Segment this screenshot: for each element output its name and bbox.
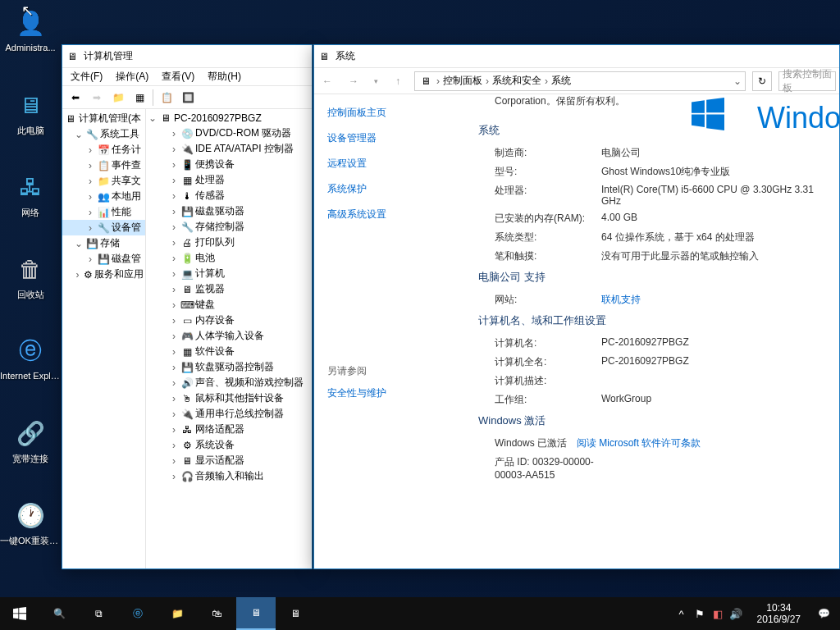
side-link-2[interactable]: 系统保护 xyxy=(327,182,457,196)
notification-button[interactable]: 💬 xyxy=(807,597,840,630)
device-category[interactable]: ›▦处理器 xyxy=(146,172,312,188)
mmc-taskbar-button[interactable]: 🖥 xyxy=(276,597,315,630)
device-category[interactable]: ›🖨打印队列 xyxy=(146,235,312,250)
desktop-icon-5[interactable]: 🔗宽带连接 xyxy=(0,417,61,465)
volume-icon[interactable]: 🔊 xyxy=(728,597,744,630)
refresh-button[interactable]: 🔲 xyxy=(178,89,198,107)
task-view-button[interactable]: ⧉ xyxy=(79,597,118,630)
nav-child[interactable]: ›👥本地用 xyxy=(62,189,145,204)
nav-child[interactable]: ›💾磁盘管 xyxy=(62,251,145,267)
device-category[interactable]: ›🎧音频输入和输出 xyxy=(146,468,312,484)
device-category[interactable]: ›🌡传感器 xyxy=(146,188,312,203)
device-category[interactable]: ›🔋电池 xyxy=(146,250,312,266)
nav-item[interactable]: ⌄💾存储 xyxy=(62,235,145,251)
device-category[interactable]: ›🔌IDE ATA/ATAPI 控制器 xyxy=(146,141,312,157)
nav-child[interactable]: ›🔧设备管 xyxy=(62,220,145,235)
nav-back-button[interactable]: ← xyxy=(317,71,337,91)
menu-3[interactable]: 帮助(H) xyxy=(201,68,248,85)
desktop-icon-3[interactable]: 🗑回收站 xyxy=(0,253,61,301)
sys-title: 系统 xyxy=(336,49,836,63)
side-link-0[interactable]: 设备管理器 xyxy=(327,131,457,145)
side-link-3[interactable]: 高级系统设置 xyxy=(327,208,457,221)
side-link-1[interactable]: 远程设置 xyxy=(327,157,457,171)
device-category[interactable]: ›🖧网络适配器 xyxy=(146,422,312,437)
device-category[interactable]: ›⚙系统设备 xyxy=(146,437,312,453)
device-category[interactable]: ›💻计算机 xyxy=(146,266,312,281)
device-category[interactable]: ›⌨键盘 xyxy=(146,297,312,313)
nav-child[interactable]: ›📋事件查 xyxy=(62,158,145,173)
nav-recent-button[interactable]: ▾ xyxy=(370,71,381,91)
desktop-icon-1[interactable]: 🖥此电脑 xyxy=(0,89,61,137)
edge-button[interactable]: ⓔ xyxy=(118,597,158,630)
breadcrumb-dropdown-icon[interactable]: ⌄ xyxy=(733,75,742,87)
device-category[interactable]: ›🖥显示适配器 xyxy=(146,453,312,468)
security-maintenance-link[interactable]: 安全性与维护 xyxy=(327,386,457,400)
nav-child[interactable]: ›📊性能 xyxy=(62,204,145,220)
crumb-system-security[interactable]: 系统和安全 xyxy=(492,74,541,88)
nav-item[interactable]: ⌄🔧系统工具 xyxy=(62,126,145,142)
mmc-nav-tree[interactable]: 🖥计算机管理(本⌄🔧系统工具›📅任务计›📋事件查›📁共享文›👥本地用›📊性能›🔧… xyxy=(62,109,146,568)
forward-button[interactable]: ➡ xyxy=(87,89,107,107)
info-row: 计算机全名:PC-20160927PBGZ xyxy=(478,355,831,369)
sys-titlebar[interactable]: 🖥 系统 xyxy=(314,45,839,68)
info-row: 计算机名:PC-20160927PBGZ xyxy=(478,336,831,350)
refresh-button[interactable]: ↻ xyxy=(752,71,772,91)
menu-1[interactable]: 操作(A) xyxy=(109,68,155,85)
device-category[interactable]: ›🔌通用串行总线控制器 xyxy=(146,406,312,422)
sidebar: 控制面板主页 设备管理器远程设置系统保护高级系统设置 另请参阅 安全性与维护 xyxy=(314,94,470,568)
device-root[interactable]: ⌄🖥PC-20160927PBGZ xyxy=(146,111,312,126)
device-category[interactable]: ›▦软件设备 xyxy=(146,344,312,359)
section-header: Windows 激活 xyxy=(478,413,831,428)
control-panel-home-link[interactable]: 控制面板主页 xyxy=(327,106,457,120)
nav-item[interactable]: ›⚙服务和应用 xyxy=(62,267,145,282)
chevron-right-icon: › xyxy=(543,75,550,87)
desktop-icon-6[interactable]: 🕐一键OK重装助手 xyxy=(0,499,61,547)
tray-overflow-icon[interactable]: ^ xyxy=(673,597,690,630)
device-tree[interactable]: ⌄🖥PC-20160927PBGZ›💿DVD/CD-ROM 驱动器›🔌IDE A… xyxy=(146,109,312,568)
nav-child[interactable]: ›📁共享文 xyxy=(62,173,145,189)
menu-2[interactable]: 查看(V) xyxy=(155,68,201,85)
file-explorer-button[interactable]: 📁 xyxy=(158,597,197,630)
show-hide-button[interactable]: ▦ xyxy=(130,89,149,107)
device-category[interactable]: ›💿DVD/CD-ROM 驱动器 xyxy=(146,126,312,141)
control-panel-taskbar-button[interactable]: 🖥 xyxy=(236,597,276,630)
device-category[interactable]: ›🎮人体学输入设备 xyxy=(146,328,312,344)
desktop-icon-2[interactable]: 🖧网络 xyxy=(0,171,61,219)
device-category[interactable]: ›🖱鼠标和其他指针设备 xyxy=(146,390,312,406)
device-category[interactable]: ›💾软盘驱动器控制器 xyxy=(146,359,312,375)
desktop-icon-4[interactable]: ⓔInternet Explorer xyxy=(0,335,61,381)
crumb-control-panel[interactable]: 控制面板 xyxy=(443,74,482,88)
device-category[interactable]: ›💾磁盘驱动器 xyxy=(146,203,312,219)
action-center-flag-icon[interactable]: ⚑ xyxy=(692,597,708,630)
properties-button[interactable]: 📋 xyxy=(157,89,176,107)
up-button[interactable]: 📁 xyxy=(108,89,128,107)
info-row: 制造商:电脑公司 xyxy=(478,146,831,160)
nav-root[interactable]: 🖥计算机管理(本 xyxy=(62,111,145,126)
nav-forward-button[interactable]: → xyxy=(344,71,363,91)
taskbar-clock[interactable]: 10:34 2016/9/27 xyxy=(751,602,807,625)
device-category[interactable]: ›🔊声音、视频和游戏控制器 xyxy=(146,375,312,390)
desktop-icon-0[interactable]: 👤Administra... xyxy=(0,7,61,52)
search-button[interactable]: 🔍 xyxy=(39,597,79,630)
search-input[interactable]: 搜索控制面板 xyxy=(778,71,836,91)
nav-child[interactable]: ›📅任务计 xyxy=(62,142,145,158)
start-button[interactable] xyxy=(0,597,39,630)
store-button[interactable]: 🛍 xyxy=(197,597,236,630)
mmc-title: 计算机管理 xyxy=(84,49,308,63)
mmc-icon: 🖥 xyxy=(66,50,79,63)
device-category[interactable]: ›▭内存设备 xyxy=(146,313,312,328)
info-row: 笔和触摸:没有可用于此显示器的笔或触控输入 xyxy=(478,249,831,263)
crumb-system[interactable]: 系统 xyxy=(551,74,571,88)
mmc-titlebar[interactable]: 🖥 计算机管理 xyxy=(62,45,312,68)
back-button[interactable]: ⬅ xyxy=(66,89,85,107)
device-category[interactable]: ›🔧存储控制器 xyxy=(146,219,312,235)
device-category[interactable]: ›🖥监视器 xyxy=(146,281,312,297)
taskbar: 🔍 ⧉ ⓔ 📁 🛍 🖥 🖥 ^ ⚑ ◧ 🔊 10:34 2016/9/27 💬 xyxy=(0,597,840,630)
network-icon[interactable]: ◧ xyxy=(710,597,726,630)
breadcrumb[interactable]: 🖥 › 控制面板 › 系统和安全 › 系统 ⌄ xyxy=(414,71,746,91)
nav-up-button[interactable]: ↑ xyxy=(388,71,408,91)
pc-icon: 🖥 xyxy=(418,74,433,89)
device-category[interactable]: ›📱便携设备 xyxy=(146,157,312,172)
info-row: 已安装的内存(RAM):4.00 GB xyxy=(478,212,831,226)
menu-0[interactable]: 文件(F) xyxy=(64,68,109,85)
